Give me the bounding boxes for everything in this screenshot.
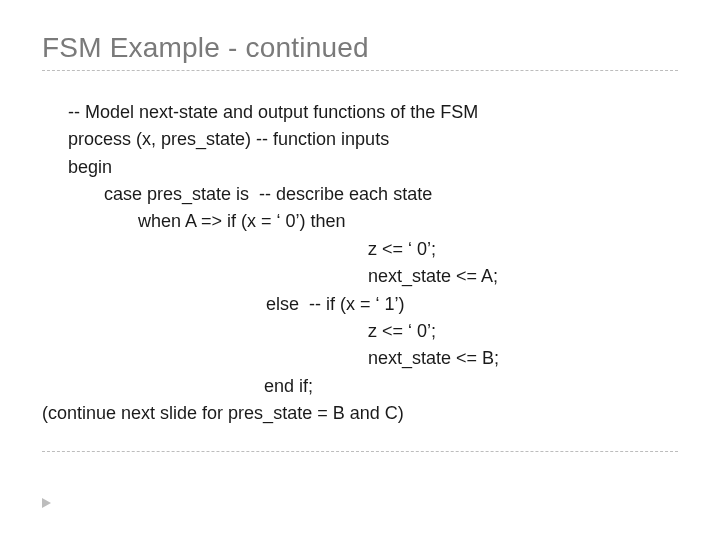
code-line: next_state <= B; xyxy=(68,345,678,372)
bottom-divider xyxy=(42,451,678,452)
code-line: next_state <= A; xyxy=(68,263,678,290)
code-line: case pres_state is -- describe each stat… xyxy=(68,181,678,208)
code-line: (continue next slide for pres_state = B … xyxy=(42,400,678,427)
code-line: process (x, pres_state) -- function inpu… xyxy=(68,126,678,153)
title-divider xyxy=(42,70,678,71)
code-line: z <= ‘ 0’; xyxy=(68,318,678,345)
code-line: else -- if (x = ‘ 1’) xyxy=(68,291,678,318)
code-block: -- Model next-state and output functions… xyxy=(42,99,678,427)
code-line: z <= ‘ 0’; xyxy=(68,236,678,263)
code-line: -- Model next-state and output functions… xyxy=(68,99,678,126)
play-arrow-icon xyxy=(42,498,51,508)
code-line: when A => if (x = ‘ 0’) then xyxy=(68,208,678,235)
code-line: begin xyxy=(68,154,678,181)
page-title: FSM Example - continued xyxy=(42,32,678,64)
code-line: end if; xyxy=(68,373,678,400)
